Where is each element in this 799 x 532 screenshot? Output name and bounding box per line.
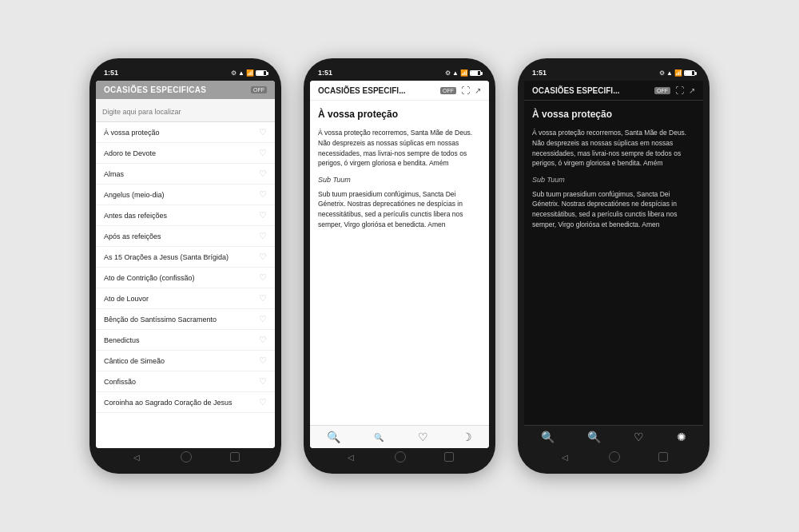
status-bar-3: 1:51 ⚙ ▲ 📶 <box>524 66 703 81</box>
share-icon[interactable]: ↗ <box>689 86 695 95</box>
back-button[interactable] <box>559 451 570 463</box>
status-icons-1: ⚙ ▲ 📶 <box>231 69 267 77</box>
status-icons-2: ⚙ ▲ 📶 <box>445 69 481 77</box>
zoom-out-icon[interactable]: 🔍 <box>541 431 555 443</box>
header-icons-1: OFF <box>251 86 267 93</box>
heart-icon[interactable]: ♡ <box>259 335 267 345</box>
prayer-list: À vossa proteção ♡ Adoro te Devote ♡ Alm… <box>96 122 275 448</box>
screen-2: OCASIÕES ESPECIFI... OFF ⛶ ↗ À vossa pro… <box>310 81 489 448</box>
recent-button[interactable] <box>230 452 240 462</box>
list-item[interactable]: Coroinha ao Sagrado Coração de Jesus ♡ <box>96 392 275 413</box>
item-label: Antes das refeições <box>104 212 167 220</box>
screen-1: OCASIÕES ESPECIFICAS OFF À vossa proteçã… <box>96 81 275 448</box>
heart-icon[interactable]: ♡ <box>259 252 267 262</box>
list-item[interactable]: Bênção do Santíssimo Sacramento ♡ <box>96 309 275 330</box>
heart-icon[interactable]: ♡ <box>259 355 267 366</box>
zoom-out-icon[interactable]: 🔍 <box>327 431 340 443</box>
off-badge-3: OFF <box>654 87 670 94</box>
nav-bar-3 <box>524 448 703 466</box>
time-2: 1:51 <box>318 69 332 77</box>
search-bar[interactable] <box>96 99 275 122</box>
share-icon[interactable]: ↗ <box>475 86 481 95</box>
settings-icon: ⚙ <box>659 69 665 77</box>
screen-3: OCASIÕES ESPECIFI... OFF ⛶ ↗ À vossa pro… <box>524 81 703 448</box>
item-label: Almas <box>104 170 124 178</box>
back-button[interactable] <box>131 451 142 463</box>
fullscreen-icon[interactable]: ⛶ <box>675 85 684 95</box>
list-item[interactable]: Antes das refeições ♡ <box>96 205 275 226</box>
item-label: Ato de Louvor <box>104 295 149 303</box>
recent-button[interactable] <box>444 452 454 462</box>
list-item[interactable]: Cântico de Simeão ♡ <box>96 351 275 371</box>
zoom-in-icon[interactable]: 🔍 <box>374 433 384 442</box>
prayer-title-2: À vossa proteção <box>318 107 481 121</box>
content-header-icons-2: OFF ⛶ ↗ <box>440 85 481 95</box>
heart-icon[interactable]: ♡ <box>259 169 267 179</box>
battery-icon <box>256 70 267 76</box>
off-badge-1: OFF <box>251 86 267 93</box>
content-header-3: OCASIÕES ESPECIFI... OFF ⛶ ↗ <box>524 81 703 101</box>
item-label: Cântico de Simeão <box>104 357 165 365</box>
prayer-body-2: Sub tuum praesidium confúgimus, Sancta D… <box>318 189 481 230</box>
heart-icon[interactable]: ♡ <box>418 431 428 443</box>
prayer-content-3: À vossa proteção À vossa proteção recorr… <box>524 101 703 425</box>
heart-icon[interactable]: ♡ <box>634 431 644 443</box>
wifi-icon: ▲ <box>238 69 244 77</box>
off-badge-2: OFF <box>440 87 456 94</box>
list-item[interactable]: Adoro te Devote ♡ <box>96 143 275 164</box>
back-button[interactable] <box>345 451 356 463</box>
nav-bar-2 <box>310 448 489 466</box>
list-item[interactable]: As 15 Orações a Jesus (Santa Brígida) ♡ <box>96 247 275 268</box>
list-item[interactable]: Após as refeições ♡ <box>96 226 275 247</box>
heart-icon[interactable]: ♡ <box>259 189 267 200</box>
moon-icon[interactable]: ☽ <box>462 431 472 443</box>
fullscreen-icon[interactable]: ⛶ <box>461 85 470 95</box>
heart-icon[interactable]: ♡ <box>259 272 267 283</box>
heart-icon[interactable]: ♡ <box>259 148 267 158</box>
home-button[interactable] <box>395 451 406 463</box>
settings-icon: ⚙ <box>231 69 237 77</box>
time-3: 1:51 <box>532 69 547 77</box>
prayer-content-2: À vossa proteção À vossa proteção recorr… <box>310 101 489 425</box>
time-1: 1:51 <box>104 69 118 77</box>
heart-icon[interactable]: ♡ <box>259 231 267 241</box>
prayer-title-3: À vossa proteção <box>532 107 695 121</box>
list-item[interactable]: Almas ♡ <box>96 164 275 185</box>
prayer-body-1: À vossa proteção recorremos, Santa Mãe d… <box>318 128 481 169</box>
home-button[interactable] <box>181 451 192 463</box>
home-button[interactable] <box>609 451 620 463</box>
wifi-icon: ▲ <box>666 69 673 77</box>
heart-icon[interactable]: ♡ <box>259 314 267 324</box>
sun-icon[interactable]: ✺ <box>677 431 686 443</box>
search-input[interactable] <box>102 108 268 116</box>
status-bar-2: 1:51 ⚙ ▲ 📶 <box>310 66 489 81</box>
item-label: Angelus (meio-dia) <box>104 191 165 199</box>
list-item[interactable]: Confissão ♡ <box>96 371 275 392</box>
heart-icon[interactable]: ♡ <box>259 376 267 387</box>
item-label: Adoro te Devote <box>104 149 156 157</box>
sub-title-1: Sub Tuum <box>318 175 481 186</box>
battery-icon <box>470 70 481 76</box>
heart-icon[interactable]: ♡ <box>259 293 267 304</box>
content-header-2: OCASIÕES ESPECIFI... OFF ⛶ ↗ <box>310 81 489 101</box>
list-item[interactable]: Angelus (meio-dia) ♡ <box>96 185 275 205</box>
list-item[interactable]: Ato de Louvor ♡ <box>96 288 275 309</box>
list-item[interactable]: À vossa proteção ♡ <box>96 122 275 143</box>
status-bar-1: 1:51 ⚙ ▲ 📶 <box>96 66 275 81</box>
sub-title-1-dark: Sub Tuum <box>532 175 695 186</box>
phone-1: 1:51 ⚙ ▲ 📶 OCASIÕES ESPECIFICAS OFF À vo… <box>89 58 281 474</box>
recent-button[interactable] <box>658 452 668 462</box>
item-label: Benedictus <box>104 336 140 344</box>
item-label: Coroinha ao Sagrado Coração de Jesus <box>104 399 233 407</box>
heart-icon[interactable]: ♡ <box>259 127 267 137</box>
zoom-in-icon[interactable]: 🔍 <box>587 431 601 443</box>
list-item[interactable]: Ato de Contrição (confissão) ♡ <box>96 268 275 288</box>
signal-icon: 📶 <box>674 69 682 77</box>
nav-bar-1 <box>96 448 275 466</box>
heart-icon[interactable]: ♡ <box>259 210 267 220</box>
prayer-body-2-dark: Sub tuum praesidium confúgimus, Sancta D… <box>532 189 695 230</box>
item-label: Ato de Contrição (confissão) <box>104 274 195 282</box>
heart-icon[interactable]: ♡ <box>259 397 267 407</box>
list-item-benedictus[interactable]: Benedictus ♡ <box>96 330 275 351</box>
content-toolbar-3: 🔍 🔍 ♡ ✺ <box>524 425 703 448</box>
